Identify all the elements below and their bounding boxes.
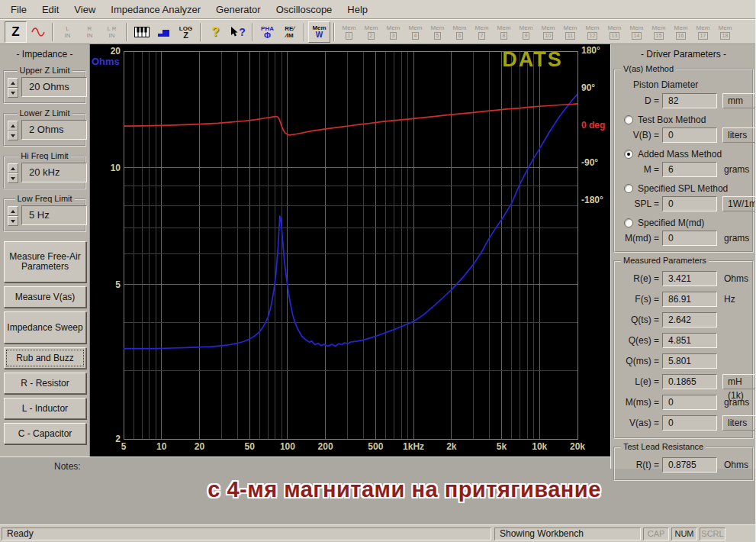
- toolbar-mem-12-button[interactable]: Mem12: [581, 21, 603, 43]
- toolbar-memory-workbench-button[interactable]: Mem W: [308, 21, 330, 43]
- mem-label: Mem: [497, 24, 511, 31]
- spin-down-button[interactable]: [8, 173, 18, 183]
- field-m-ms-input[interactable]: 0: [662, 395, 717, 410]
- radio-added-mass-method[interactable]: [624, 150, 633, 159]
- toolbar-mem-11-button[interactable]: Mem11: [559, 21, 581, 43]
- mem-number: 3: [390, 32, 397, 40]
- menu-edit[interactable]: Edit: [34, 0, 66, 19]
- toolbar-mem-16-button[interactable]: Mem16: [670, 21, 692, 43]
- field-row-v-as: V(as) =0liters: [615, 412, 752, 433]
- toolbar-mem-7-button[interactable]: Mem7: [471, 21, 493, 43]
- spin-down-button[interactable]: [8, 131, 18, 140]
- spin-value: 5 Hz: [21, 205, 87, 225]
- x-tick-label: 50: [245, 441, 256, 452]
- mem-label: Mem: [365, 24, 378, 31]
- field-label: M =: [615, 164, 659, 175]
- field-q-ts-input[interactable]: 2.642: [662, 312, 717, 327]
- menu-oscilloscope[interactable]: Oscilloscope: [269, 0, 340, 19]
- button-measure-v-as[interactable]: Measure V(as): [4, 286, 86, 308]
- toolbar-phase-button[interactable]: PHAΦ: [256, 21, 278, 43]
- spin-down-button[interactable]: [8, 216, 18, 226]
- button-rub-and-buzz[interactable]: Rub and Buzz: [4, 347, 86, 369]
- button-l-inductor[interactable]: L - Inductor: [4, 398, 86, 419]
- down-arrow-icon: [11, 134, 15, 137]
- phase-icon: PHAΦ: [261, 25, 274, 39]
- mem-number: 8: [500, 32, 508, 40]
- toolbar-mem-9-button[interactable]: Mem9: [515, 21, 537, 43]
- field-v-b-input[interactable]: 0: [662, 127, 717, 143]
- vas-method-label: V(as) Method: [621, 64, 676, 73]
- toolbar-mem-15-button[interactable]: Mem15: [648, 21, 670, 43]
- toolbar-mem-17-button[interactable]: Mem17: [692, 21, 714, 43]
- field-row-f-s: F(s) =86.91Hz: [615, 289, 752, 309]
- menu-help[interactable]: Help: [339, 0, 375, 19]
- impedance-curve: [124, 94, 577, 348]
- field-m-input[interactable]: 6: [662, 162, 717, 177]
- toolbar-help-button[interactable]: ?: [204, 21, 227, 43]
- menu-file[interactable]: File: [3, 0, 34, 19]
- toolbar-stereo-input-button[interactable]: L RIN: [101, 21, 123, 43]
- x-tick-label: 1kHz: [403, 441, 424, 452]
- toolbar-right-input-button[interactable]: RIN: [79, 21, 101, 43]
- field-d-input[interactable]: 82: [662, 93, 717, 108]
- spin-up-button[interactable]: [8, 163, 18, 173]
- group-lower-z-limit: Lower Z Limit2 Ohms: [3, 113, 86, 147]
- status-message: Ready: [7, 528, 34, 539]
- menu-view[interactable]: View: [66, 0, 103, 19]
- field-spl-input[interactable]: 0: [662, 196, 717, 211]
- toolbar-mem-2-button[interactable]: Mem2: [360, 21, 382, 43]
- toolbar-mem-18-button[interactable]: Mem18: [714, 21, 736, 43]
- spinner: [8, 78, 18, 98]
- menu-generator[interactable]: Generator: [208, 0, 269, 19]
- toolbar-mem-10-button[interactable]: Mem10: [537, 21, 559, 43]
- toolbar-signal-keyboard-button[interactable]: [130, 21, 153, 43]
- spin-up-button[interactable]: [8, 78, 18, 88]
- toolbar-step-response-button[interactable]: [153, 21, 175, 43]
- button-measure-free-air-parameters[interactable]: Measure Free-Air Parameters: [4, 241, 86, 282]
- menu-impedance-analyzer[interactable]: Impedance Analyzer: [103, 0, 208, 19]
- field-l-e-input[interactable]: 0.1865: [662, 374, 717, 389]
- button-c-capacitor[interactable]: C - Capacitor: [4, 423, 86, 444]
- button-r-resistor[interactable]: R - Resistor: [4, 373, 86, 394]
- toolbar-sine-generator-button[interactable]: [27, 21, 49, 43]
- toolbar-context-help-button[interactable]: ?: [227, 21, 249, 43]
- field-q-ms-input[interactable]: 5.801: [662, 353, 717, 369]
- status-num-indicator: NUM: [671, 527, 697, 540]
- radio-row-test-box-method: Test Box Method: [615, 113, 752, 126]
- toolbar-mem-6-button[interactable]: Mem6: [449, 21, 471, 43]
- spin-down-button[interactable]: [8, 88, 18, 98]
- measured-parameters-group: Measured Parameters R(e) =3.421OhmsF(s) …: [613, 260, 754, 439]
- field-r-e-input[interactable]: 3.421: [662, 271, 717, 286]
- field-v-as-input[interactable]: 0: [662, 415, 717, 431]
- field-f-s-input[interactable]: 86.91: [662, 292, 717, 307]
- unit-label: liters: [722, 415, 756, 431]
- notes-label: Notes:: [54, 461, 81, 472]
- field-r-t-input[interactable]: 0.8785: [662, 457, 717, 473]
- toolbar-mem-4-button[interactable]: Mem4: [404, 21, 426, 43]
- radio-specified-m-md[interactable]: [624, 218, 633, 227]
- field-label: R(t) =: [615, 460, 659, 470]
- down-arrow-icon: [11, 177, 15, 180]
- radio-specified-spl-method[interactable]: [624, 184, 633, 193]
- field-q-es-input[interactable]: 4.851: [662, 333, 717, 348]
- toolbar-mem-5-button[interactable]: Mem5: [426, 21, 449, 43]
- radio-test-box-method[interactable]: [624, 115, 633, 124]
- toolbar-mem-8-button[interactable]: Mem8: [493, 21, 515, 43]
- toolbar-mem-1-button[interactable]: Mem1: [338, 21, 360, 43]
- spin-value: 20 kHz: [21, 163, 87, 182]
- toolbar-mem-13-button[interactable]: Mem13: [603, 21, 626, 43]
- toolbar-separator: [333, 23, 335, 41]
- group-upper-z-limit: Upper Z Limit20 Ohms: [3, 70, 86, 104]
- spin-up-button[interactable]: [8, 206, 18, 216]
- toolbar-log-impedance-button[interactable]: LOGZ: [175, 21, 197, 43]
- toolbar-mem-14-button[interactable]: Mem14: [626, 21, 648, 43]
- button-impedance-sweep[interactable]: Impedance Sweep: [4, 311, 86, 344]
- toolbar-mem-3-button[interactable]: Mem3: [382, 21, 404, 43]
- toolbar-impedance-button[interactable]: Z: [5, 21, 27, 43]
- mem-number: 12: [587, 32, 598, 40]
- field-m-md-input[interactable]: 0: [662, 231, 717, 246]
- toolbar-real-imaginary-button[interactable]: RE∕∕IM: [278, 21, 301, 43]
- spin-up-button[interactable]: [8, 121, 18, 131]
- toolbar-left-input-button[interactable]: LIN: [56, 21, 79, 43]
- mem-label: Mem: [652, 24, 666, 31]
